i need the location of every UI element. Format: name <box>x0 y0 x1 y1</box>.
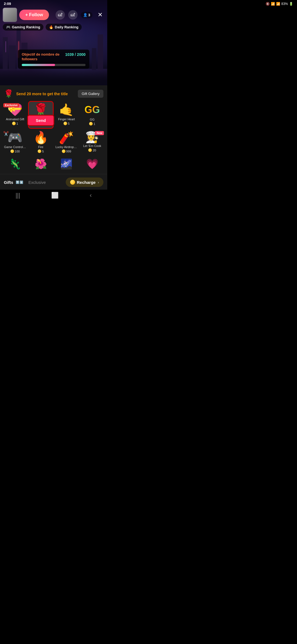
gift-name-fire: Fire <box>38 145 43 149</box>
gift-item-finger-heart[interactable]: 🤙 Finger Heart 5 <box>54 101 79 129</box>
title-highlight: 20 <box>27 92 31 96</box>
gift-price-fire: 5 <box>38 149 44 153</box>
gift-item-flower2[interactable]: 🌺 <box>28 156 54 174</box>
follow-button[interactable]: + Follow <box>19 10 49 20</box>
gift-gallery-button[interactable]: Gift Gallery <box>78 90 103 98</box>
gift-emoji-gg: GG <box>84 104 100 116</box>
gift-panel: 🌹 Send 20 more to get the title Gift Gal… <box>0 85 107 190</box>
gift-price-controller: 100 <box>10 149 20 153</box>
recharge-label: Recharge <box>77 180 95 185</box>
sort-arrows-icon: ⬆️⬇️ <box>16 181 23 184</box>
coin-icon <box>12 122 16 125</box>
scissors-icon: ✂️ <box>3 131 9 136</box>
viewers-badge: 👤 3 <box>81 12 92 18</box>
close-button[interactable]: ✕ <box>96 10 105 19</box>
gaming-icon: 🎮 <box>6 25 10 29</box>
coin-icon-fire <box>38 149 41 153</box>
gift-item-let-em-cook[interactable]: New 👩‍🍳 Let 'Em Cook 20 <box>79 129 105 156</box>
gift-item-rose[interactable]: 🌹 Rose 1 Send <box>28 101 54 129</box>
nav-home-icon[interactable]: ⬜ <box>51 192 59 199</box>
coin-icon-ctrl <box>10 149 14 153</box>
gift-name-gg: GG <box>90 118 95 121</box>
coin-icon-cook <box>88 148 92 152</box>
status-time: 2:09 <box>4 2 11 6</box>
gift-emoji-finger-heart: 🤙 <box>59 104 74 116</box>
tab-gifts[interactable]: Gifts ⬆️⬇️ <box>4 180 23 185</box>
send-button[interactable]: Send <box>27 115 54 126</box>
sofa-icon-1[interactable]: 🛋 <box>56 10 65 20</box>
gift-price-finger-heart: 5 <box>64 122 70 125</box>
avatar[interactable] <box>3 8 17 22</box>
bottom-tabs: Gifts ⬆️⬇️ Exclusive Recharge › <box>0 174 107 190</box>
follower-progress-fill <box>22 64 55 66</box>
gaming-ranking-label: Gaming Ranking <box>12 25 40 29</box>
top-icons: 🛋 🛋 👤 3 ✕ <box>56 10 105 20</box>
gift-item-fire[interactable]: 🔥 Fire 5 <box>28 129 54 156</box>
gift-emoji-dino: 🦎 <box>9 159 21 169</box>
gift-price-cook: 20 <box>88 148 96 152</box>
exclusive-badge: Exclusive <box>3 103 19 107</box>
gift-name-cook: Let 'Em Cook <box>83 144 101 148</box>
gift-price-gg: 1 <box>89 122 95 125</box>
nav-bar: ||| ⬜ ‹ <box>0 190 107 200</box>
new-badge: New <box>95 131 104 135</box>
recharge-coin-icon <box>70 180 75 185</box>
gift-emoji-controller: 🎮 <box>7 132 23 144</box>
ranking-tags: 🎮 Gaming Ranking 🔥 Daily Ranking <box>3 24 82 31</box>
gift-item-game-controller[interactable]: ✂️ 🎮 Game Controller 100 <box>2 129 28 156</box>
gift-emoji-galaxy: 🌌 <box>60 159 73 169</box>
status-bar: 2:09 🔇 📶 📶 83% 🔋 <box>0 0 107 7</box>
gift-grid: Exclusive 💝 Animated Gift 1 🌹 Rose 1 Sen… <box>0 101 107 174</box>
title-text: Send 20 more to get the title <box>16 92 75 96</box>
coin-icon-gg <box>89 122 93 125</box>
person-icon: 👤 <box>83 13 87 17</box>
gift-item-animated-gift[interactable]: Exclusive 💝 Animated Gift 1 <box>2 101 28 129</box>
nav-back-icon[interactable]: ||| <box>15 192 20 199</box>
gift-emoji-heart2: 💗 <box>86 159 98 169</box>
follower-goal: Objectif de nombre defollowers 1039 / 20… <box>18 50 89 69</box>
title-send: Send <box>16 92 27 96</box>
fire-icon: 🔥 <box>49 25 53 29</box>
tab-exclusive[interactable]: Exclusive <box>28 180 46 185</box>
title-row: 🌹 Send 20 more to get the title Gift Gal… <box>0 85 107 101</box>
follower-progress-bar <box>22 64 86 66</box>
gift-item-lucky-airdrop[interactable]: 🧨 Lucky Airdrop B... 999 <box>54 129 79 156</box>
title-suffix: more to get the title <box>31 92 68 96</box>
daily-ranking-label: Daily Ranking <box>55 25 78 29</box>
gift-item-dino[interactable]: 🦎 <box>2 156 28 174</box>
gift-emoji-flower2: 🌺 <box>35 159 47 169</box>
gift-emoji-rose: 🌹 <box>33 104 48 116</box>
daily-ranking-tag[interactable]: 🔥 Daily Ranking <box>46 24 82 31</box>
gift-emoji-airdrop: 🧨 <box>59 132 74 144</box>
gaming-ranking-tag[interactable]: 🎮 Gaming Ranking <box>3 24 43 31</box>
recharge-button[interactable]: Recharge › <box>66 178 103 187</box>
gift-price-airdrop: 999 <box>62 149 71 153</box>
gift-name-airdrop: Lucky Airdrop B... <box>56 145 78 149</box>
rose-title-icon: 🌹 <box>4 89 13 98</box>
chevron-icon: › <box>98 180 99 184</box>
nav-recent-icon[interactable]: ‹ <box>90 192 92 199</box>
gifts-label: Gifts <box>4 180 13 185</box>
sofa-icon-2[interactable]: 🛋 <box>68 10 78 20</box>
gift-name-finger-heart: Finger Heart <box>58 118 75 121</box>
stream-area: + Follow 🛋 🛋 👤 3 ✕ 🎮 Gaming Ranking 🔥 Da… <box>0 0 107 85</box>
gift-price-animated: 1 <box>12 122 18 125</box>
coin-icon-airdrop <box>62 149 65 153</box>
viewer-count: 3 <box>88 13 90 17</box>
gift-item-heart2[interactable]: 💗 <box>79 156 105 174</box>
gift-name-animated: Animated Gift <box>6 118 24 121</box>
gift-emoji-fire: 🔥 <box>33 132 48 144</box>
gift-item-galaxy[interactable]: 🌌 <box>54 156 79 174</box>
follower-goal-count: 1039 / 2000 <box>65 52 86 57</box>
gift-item-gg[interactable]: GG GG 1 <box>79 101 105 129</box>
coin-icon-fh <box>64 122 67 125</box>
gift-name-controller: Game Controller <box>4 145 26 149</box>
